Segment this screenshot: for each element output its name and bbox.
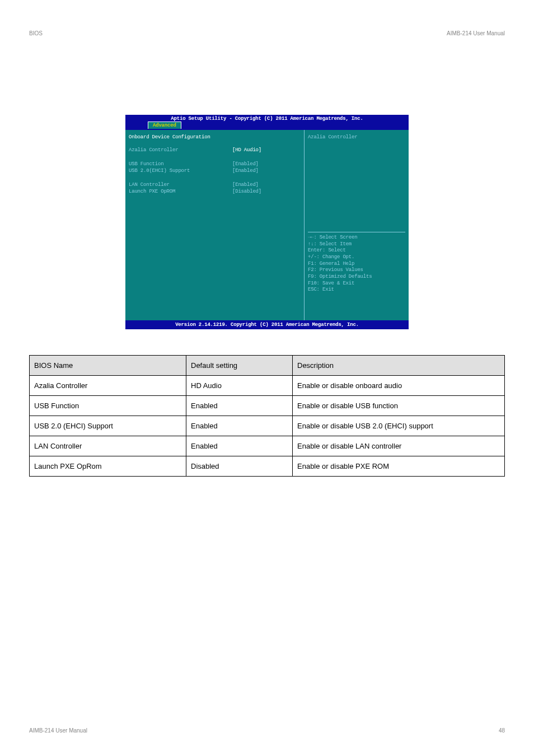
td-name: LAN Controller	[30, 436, 186, 456]
bios-left-pane: Onboard Device Configuration Azalia Cont…	[125, 130, 305, 320]
bios-setting-value: [HD Audio]	[232, 147, 301, 154]
bios-setting-label: USB 2.0(EHCI) Support	[129, 167, 232, 175]
bios-setting-value: [Enabled]	[232, 181, 301, 189]
page-footer: AIMB-214 User Manual 48	[29, 727, 505, 734]
td-name: USB Function	[30, 396, 186, 416]
footer-right: 48	[499, 727, 505, 734]
td-default: Disabled	[186, 456, 293, 477]
bios-gap	[129, 154, 301, 161]
td-default: Enabled	[186, 436, 293, 456]
th-name: BIOS Name	[30, 356, 186, 376]
bios-setting-row[interactable]: USB Function[Enabled]	[129, 161, 301, 168]
table-row: LAN ControllerEnabledEnable or disable L…	[30, 436, 505, 456]
td-name: USB 2.0 (EHCI) Support	[30, 416, 186, 436]
table-header-row: BIOS Name Default setting Description	[30, 356, 505, 376]
bios-setting-row[interactable]: USB 2.0(EHCI) Support[Enabled]	[129, 167, 301, 175]
bios-setting-label: LAN Controller	[129, 181, 232, 189]
td-default: Enabled	[186, 396, 293, 416]
bios-setting-row[interactable]: Azalia Controller[HD Audio]	[129, 147, 301, 154]
bios-section-title: Onboard Device Configuration	[129, 134, 301, 140]
td-default: HD Audio	[186, 376, 293, 396]
bios-title-bar: Aptio Setup Utility - Copyright (C) 2011…	[125, 115, 409, 122]
bios-help-title: Azalia Controller	[308, 134, 405, 230]
header-left: BIOS	[29, 30, 43, 36]
bios-setting-label: Azalia Controller	[129, 147, 232, 154]
td-name: Azalia Controller	[30, 376, 186, 396]
td-desc: Enable or disable LAN controller	[293, 436, 505, 456]
table-row: Launch PXE OpRomDisabledEnable or disabl…	[30, 456, 505, 477]
bios-right-pane: Azalia Controller →←: Select Screen ↑↓: …	[305, 130, 409, 320]
td-desc: Enable or disable onboard audio	[293, 376, 505, 396]
bios-setting-value: [Enabled]	[232, 161, 301, 168]
bios-setting-row[interactable]: LAN Controller[Enabled]	[129, 181, 301, 189]
bios-setting-value: [Enabled]	[232, 167, 301, 175]
bios-screenshot: Aptio Setup Utility - Copyright (C) 2011…	[125, 115, 409, 333]
td-desc: Enable or disable USB 2.0 (EHCI) support	[293, 416, 505, 436]
td-name: Launch PXE OpRom	[30, 456, 186, 477]
page-header: BIOS AIMB-214 User Manual	[29, 30, 505, 36]
bios-setting-label: Launch PXE OpROM	[129, 188, 232, 195]
th-desc: Description	[293, 356, 505, 376]
td-desc: Enable or disable PXE ROM	[293, 456, 505, 477]
td-default: Enabled	[186, 416, 293, 436]
bios-help-keys: →←: Select Screen ↑↓: Select Item Enter:…	[308, 235, 405, 316]
bios-tab-row: Advanced	[125, 122, 409, 130]
header-right: AIMB-214 User Manual	[447, 30, 505, 36]
bios-divider	[308, 232, 405, 232]
bios-footer: Version 2.14.1219. Copyright (C) 2011 Am…	[125, 320, 409, 329]
bios-setting-value: [Disabled]	[232, 188, 301, 195]
table-row: Azalia ControllerHD AudioEnable or disab…	[30, 376, 505, 396]
footer-left: AIMB-214 User Manual	[29, 727, 87, 734]
bios-setting-label: USB Function	[129, 161, 232, 168]
table-row: USB 2.0 (EHCI) SupportEnabledEnable or d…	[30, 416, 505, 436]
td-desc: Enable or disable USB function	[293, 396, 505, 416]
table-row: USB FunctionEnabledEnable or disable USB…	[30, 396, 505, 416]
bios-main-area: Onboard Device Configuration Azalia Cont…	[125, 130, 409, 320]
bios-setting-row[interactable]: Launch PXE OpROM[Disabled]	[129, 188, 301, 195]
tab-advanced[interactable]: Advanced	[148, 122, 181, 129]
config-table: BIOS Name Default setting Description Az…	[29, 355, 505, 477]
bios-gap	[129, 175, 301, 181]
th-default: Default setting	[186, 356, 293, 376]
